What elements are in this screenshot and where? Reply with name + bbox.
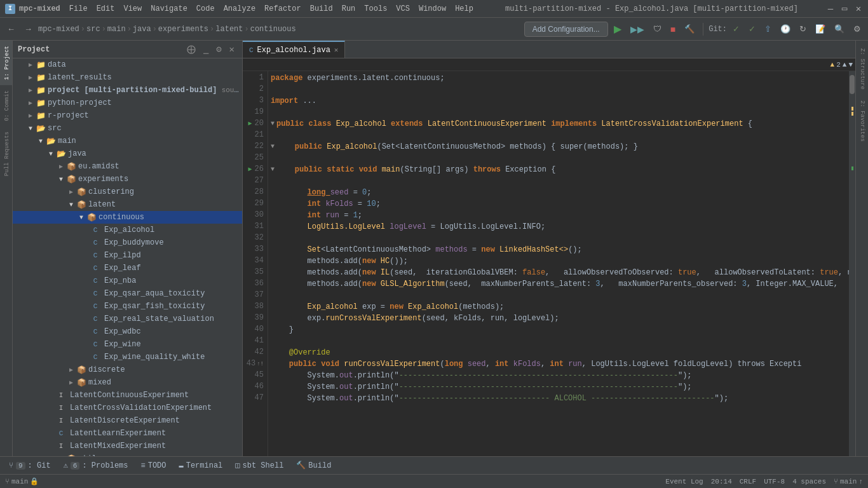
tree-item-project-build[interactable]: ▶ 📁 project [multi-partition-mixed-build… <box>13 84 242 97</box>
maximize-button[interactable]: ▭ <box>840 4 849 13</box>
git-push[interactable]: ⇧ <box>761 22 775 36</box>
tree-item-mixed[interactable]: ▶ 📦 mixed <box>13 376 242 389</box>
tree-arrow-project-build[interactable]: ▶ <box>25 85 36 95</box>
tree-arrow-main[interactable]: ▼ <box>36 136 46 146</box>
menu-run[interactable]: Run <box>338 3 360 15</box>
btm-tab-git[interactable]: ⑂ 9 : Git <box>4 457 56 474</box>
btm-tab-todo[interactable]: ≡ TODO <box>135 457 171 474</box>
breadcrumb-part-6[interactable]: continuous <box>250 25 296 34</box>
tree-item-src[interactable]: ▼ 📂 src <box>13 122 242 135</box>
tree-arrow-latent-results[interactable]: ▶ <box>25 72 36 83</box>
lvtab-pull-requests[interactable]: Pull Requests <box>0 126 12 181</box>
tree-item-main[interactable]: ▼ 📂 main <box>13 135 242 147</box>
project-close-btn[interactable]: ✕ <box>227 43 237 56</box>
tree-arrow-discrete[interactable]: ▶ <box>66 365 76 375</box>
run-button[interactable]: ▶ <box>611 21 625 37</box>
menu-edit[interactable]: Edit <box>93 3 119 15</box>
tree-item-latent[interactable]: ▼ 📦 latent <box>13 198 242 211</box>
tree-item-latent-discrete-exp[interactable]: I LatentDiscreteExperiment <box>13 414 242 427</box>
lvtab-commit[interactable]: 0: Commit <box>0 85 12 126</box>
menu-view[interactable]: View <box>119 3 146 15</box>
breadcrumb-part-5[interactable]: latent <box>215 25 243 34</box>
btm-tab-terminal[interactable]: ▬ Terminal <box>174 457 228 474</box>
tree-arrow-python-project[interactable]: ▶ <box>25 98 36 108</box>
git-rollback[interactable]: ↻ <box>796 22 810 36</box>
forward-button[interactable]: → <box>21 22 36 36</box>
tree-arrow-data[interactable]: ▶ <box>25 60 36 70</box>
status-encoding[interactable]: UTF-8 <box>764 478 785 485</box>
breadcrumb-part-0[interactable]: mpc-mixed <box>38 25 79 34</box>
tree-arrow-src[interactable]: ▼ <box>25 123 36 133</box>
tree-item-exp-buddymove[interactable]: C Exp_buddymove <box>13 236 242 249</box>
menu-analyze[interactable]: Analyze <box>220 3 259 15</box>
run-with-coverage[interactable]: 🛡 <box>650 22 665 36</box>
breadcrumb-part-1[interactable]: src <box>86 25 100 34</box>
menu-build[interactable]: Build <box>306 3 337 15</box>
tree-arrow-continuous[interactable]: ▼ <box>76 212 86 222</box>
fold-indicator-20[interactable]: ▼ <box>271 118 275 130</box>
code-editor[interactable]: package experiments.latent.continuous; i… <box>268 71 849 456</box>
stop-button[interactable]: ■ <box>667 22 679 36</box>
tree-item-latent-continuous-exp[interactable]: I LatentContinuousExperiment <box>13 389 242 402</box>
tree-item-exp-ilpd[interactable]: C Exp_ilpd <box>13 249 242 262</box>
tree-item-latent-mixed-exp[interactable]: I LatentMixedExperiment <box>13 440 242 452</box>
menu-vcs[interactable]: VCS <box>392 3 414 15</box>
status-event-log[interactable]: Event Log <box>665 478 703 485</box>
minimize-button[interactable]: — <box>826 4 835 13</box>
right-tab-structure[interactable]: Z: Structure <box>858 43 867 94</box>
tree-item-exp-qsar-aqua[interactable]: C Exp_qsar_aqua_toxicity <box>13 287 242 300</box>
tree-item-exp-qsar-fish[interactable]: C Exp_qsar_fish_toxicity <box>13 300 242 313</box>
tree-arrow-mixed[interactable]: ▶ <box>66 377 76 388</box>
run-icon-26[interactable]: ▶ <box>248 165 252 174</box>
tree-item-python-project[interactable]: ▶ 📁 python-project <box>13 97 242 109</box>
git-history[interactable]: 🕐 <box>777 22 794 36</box>
run-icon-20[interactable]: ▶ <box>248 119 252 128</box>
back-button[interactable]: ← <box>4 22 18 36</box>
warning-up-arrow[interactable]: ▲ <box>843 61 847 69</box>
fold-indicator-26[interactable]: ▼ <box>271 164 275 175</box>
tree-arrow-eu-amidst[interactable]: ▶ <box>56 161 66 172</box>
editor-tab-close[interactable]: ✕ <box>334 46 339 54</box>
menu-refactor[interactable]: Refactor <box>261 3 305 15</box>
build-button[interactable]: 🔨 <box>681 22 698 36</box>
tree-item-exp-nba[interactable]: C Exp_nba <box>13 274 242 287</box>
tree-item-exp-wdbc[interactable]: C Exp_wdbc <box>13 325 242 338</box>
tree-item-latent-learn-exp[interactable]: C LatentLearnExperiment <box>13 427 242 440</box>
tree-item-exp-wine[interactable]: C Exp_wine <box>13 338 242 351</box>
breadcrumb-part-4[interactable]: experiments <box>158 25 208 34</box>
tree-item-exp-real-state[interactable]: C Exp_real_state_valuation <box>13 313 242 325</box>
menu-navigate[interactable]: Navigate <box>147 3 191 15</box>
project-settings-btn[interactable]: ⚙ <box>214 43 224 56</box>
tree-item-java[interactable]: ▼ 📂 java <box>13 147 242 160</box>
vcs-button[interactable]: 📝 <box>812 22 829 36</box>
menu-window[interactable]: Window <box>415 3 450 15</box>
scrollbar[interactable] <box>849 71 855 456</box>
tree-arrow-experiments[interactable]: ▼ <box>56 174 66 184</box>
lvtab-project[interactable]: 1: Project <box>0 41 12 85</box>
warning-down-arrow[interactable]: ▼ <box>848 61 853 69</box>
tree-item-exp-wine-quality[interactable]: C Exp_wine_quality_white <box>13 351 242 363</box>
close-button[interactable]: ✕ <box>854 4 863 13</box>
btm-tab-build[interactable]: 🔨 Build <box>291 457 336 474</box>
btm-tab-sbt[interactable]: ◫ sbt Shell <box>230 457 288 474</box>
breadcrumb-part-3[interactable]: java <box>133 25 151 34</box>
add-configuration-button[interactable]: Add Configuration... <box>524 22 608 37</box>
fold-indicator-22[interactable]: ▼ <box>271 141 275 152</box>
tree-item-eu-amidst[interactable]: ▶ 📦 eu.amidst <box>13 160 242 173</box>
tree-item-experiments[interactable]: ▼ 📦 experiments <box>13 173 242 186</box>
status-git[interactable]: ⑂ main 🔒 <box>5 477 39 485</box>
tree-item-data[interactable]: ▶ 📁 data <box>13 58 242 71</box>
tree-item-exp-leaf[interactable]: C Exp_leaf <box>13 262 242 274</box>
editor-tab-exp-alcohol[interactable]: C Exp_alcohol.java ✕ <box>243 41 345 58</box>
git-update[interactable]: ✓ <box>729 22 743 36</box>
btm-tab-problems[interactable]: ⚠ 6 : Problems <box>58 457 133 474</box>
menu-help[interactable]: Help <box>451 3 477 15</box>
git-commit[interactable]: ✓ <box>745 22 759 36</box>
tree-arrow-r-project[interactable]: ▶ <box>25 111 36 121</box>
warning-badge[interactable]: ▲ 2 ▲ ▼ <box>831 61 853 69</box>
settings-button[interactable]: ⚙ <box>850 22 864 36</box>
tree-arrow-latent[interactable]: ▼ <box>66 200 76 210</box>
debug-button[interactable]: ▶▶ <box>627 22 648 36</box>
status-main-branch[interactable]: ⑂ main ↑ <box>834 478 863 485</box>
project-locate-btn[interactable]: ⨁ <box>184 43 198 56</box>
